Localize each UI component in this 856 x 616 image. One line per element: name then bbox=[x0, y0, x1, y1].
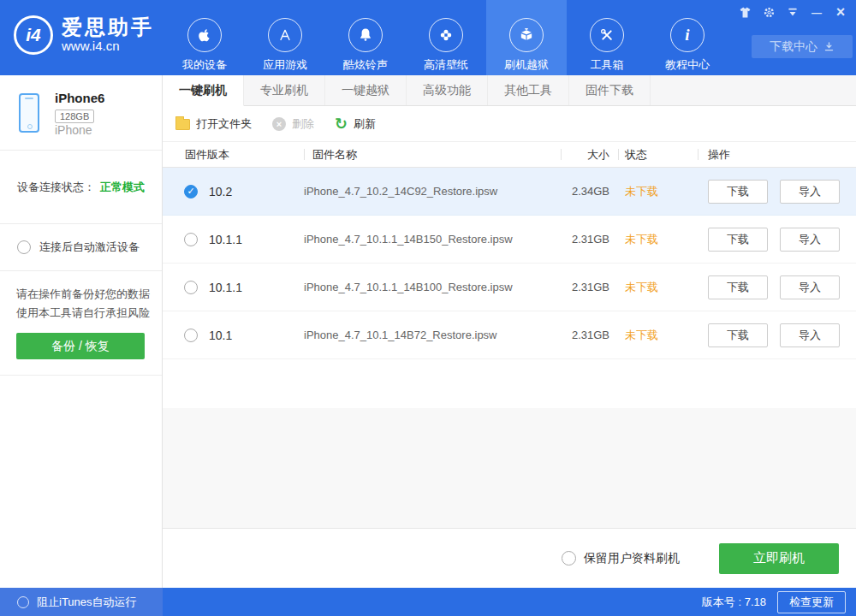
firmware-size: 2.34GB bbox=[561, 185, 618, 198]
status-bar: 阻止iTunes自动运行 版本号 : 7.18 检查更新 bbox=[0, 588, 856, 616]
table-row[interactable]: 10.1 iPhone_4.7_10.1_14B72_Restore.ipsw … bbox=[163, 311, 856, 359]
firmware-version: 10.2 bbox=[209, 185, 232, 198]
backup-restore-button[interactable]: 备份 / 恢复 bbox=[16, 333, 145, 359]
download-button[interactable]: 下载 bbox=[708, 323, 768, 347]
import-button[interactable]: 导入 bbox=[780, 228, 840, 252]
sidebar: iPhone6 128GB iPhone 设备连接状态： 正常模式 连接后自动激… bbox=[0, 75, 163, 588]
nav-item-wallpapers[interactable]: 高清壁纸 bbox=[406, 0, 486, 75]
nav-item-tutorials[interactable]: i 教程中心 bbox=[647, 0, 728, 75]
firmware-name: iPhone_4.7_10.2_14C92_Restore.ipsw bbox=[304, 185, 561, 198]
open-folder-button[interactable]: 打开文件夹 bbox=[175, 116, 252, 132]
download-button[interactable]: 下载 bbox=[708, 228, 768, 252]
table-header: 固件版本 固件名称 大小 状态 操作 bbox=[163, 142, 856, 168]
nav-item-flash-jailbreak[interactable]: 刷机越狱 bbox=[486, 0, 567, 75]
open-folder-label: 打开文件夹 bbox=[196, 116, 252, 132]
column-header-status: 状态 bbox=[618, 142, 698, 167]
skin-icon[interactable] bbox=[738, 6, 752, 19]
firmware-name: iPhone_4.7_10.1_14B72_Restore.ipsw bbox=[304, 329, 561, 341]
nav-item-ringtones[interactable]: 酷炫铃声 bbox=[325, 0, 406, 75]
nav-label: 高清壁纸 bbox=[424, 57, 468, 73]
refresh-button[interactable]: ↻ 刷新 bbox=[335, 116, 376, 132]
block-itunes-option[interactable]: 阻止iTunes自动运行 bbox=[0, 588, 163, 616]
import-button[interactable]: 导入 bbox=[780, 323, 840, 347]
tab-one-click-jailbreak[interactable]: 一键越狱 bbox=[325, 75, 407, 105]
toolbar: 打开文件夹 × 删除 ↻ 刷新 bbox=[163, 106, 856, 142]
download-center-button[interactable]: 下载中心 bbox=[752, 35, 853, 58]
nav-item-apps-games[interactable]: 应用游戏 bbox=[245, 0, 325, 75]
keep-user-data-radio[interactable] bbox=[562, 551, 576, 566]
column-header-actions: 操作 bbox=[698, 142, 856, 167]
delete-label: 删除 bbox=[292, 116, 314, 132]
main-panel: 一键刷机 专业刷机 一键越狱 高级功能 其他工具 固件下载 打开文件夹 × 删除… bbox=[163, 75, 856, 588]
warning-panel: 请在操作前备份好您的数据 使用本工具请自行承担风险 备份 / 恢复 bbox=[0, 271, 162, 376]
delete-button[interactable]: × 删除 bbox=[272, 116, 314, 132]
app-title: 爱思助手 bbox=[62, 16, 154, 38]
list-background bbox=[163, 408, 856, 529]
column-header-name: 固件名称 bbox=[304, 142, 561, 167]
import-button[interactable]: 导入 bbox=[780, 275, 840, 299]
flash-now-button[interactable]: 立即刷机 bbox=[719, 543, 839, 574]
flash-action-bar: 保留用户资料刷机 立即刷机 bbox=[163, 529, 856, 588]
app-header: i4 爱思助手 www.i4.cn 我的设备 应用游戏 酷炫铃声 bbox=[0, 0, 856, 75]
check-icon: ✓ bbox=[187, 186, 194, 197]
firmware-version: 10.1 bbox=[209, 329, 232, 342]
app-url: www.i4.cn bbox=[62, 38, 154, 54]
refresh-label: 刷新 bbox=[354, 116, 376, 132]
firmware-size: 2.31GB bbox=[561, 281, 618, 293]
collapse-tray-icon[interactable] bbox=[786, 6, 800, 19]
download-button[interactable]: 下载 bbox=[708, 180, 768, 204]
import-button[interactable]: 导入 bbox=[780, 180, 840, 204]
nav-item-toolbox[interactable]: 工具箱 bbox=[567, 0, 647, 75]
auto-activate-radio[interactable] bbox=[17, 240, 31, 254]
nav-label: 工具箱 bbox=[591, 57, 624, 73]
tab-other-tools[interactable]: 其他工具 bbox=[488, 75, 569, 105]
block-itunes-label: 阻止iTunes自动运行 bbox=[37, 595, 137, 610]
firmware-name: iPhone_4.7_10.1.1_14B100_Restore.ipsw bbox=[304, 281, 561, 293]
brand: i4 爱思助手 www.i4.cn bbox=[14, 15, 154, 55]
device-panel: iPhone6 128GB iPhone bbox=[0, 75, 162, 151]
nav-item-my-device[interactable]: 我的设备 bbox=[164, 0, 245, 75]
connection-status-value: 正常模式 bbox=[100, 180, 145, 195]
table-row[interactable]: 10.1.1 iPhone_4.7_10.1.1_14B100_Restore.… bbox=[163, 264, 856, 311]
tab-firmware-download[interactable]: 固件下载 bbox=[569, 75, 651, 105]
iphone-icon bbox=[19, 93, 39, 133]
tab-one-click-flash[interactable]: 一键刷机 bbox=[163, 75, 244, 106]
table-row[interactable]: ✓ 10.2 iPhone_4.7_10.2_14C92_Restore.ips… bbox=[163, 168, 856, 216]
folder-icon bbox=[175, 119, 190, 130]
firmware-size: 2.31GB bbox=[561, 233, 618, 246]
tab-pro-flash[interactable]: 专业刷机 bbox=[244, 75, 325, 105]
minimize-icon[interactable]: — bbox=[810, 6, 823, 19]
firmware-status: 未下载 bbox=[618, 328, 698, 343]
refresh-icon: ↻ bbox=[335, 117, 348, 131]
keep-user-data-option[interactable]: 保留用户资料刷机 bbox=[562, 551, 680, 566]
nav-label: 我的设备 bbox=[182, 57, 227, 73]
check-update-button[interactable]: 检查更新 bbox=[777, 591, 846, 613]
version-label: 版本号 : 7.18 bbox=[702, 595, 766, 610]
wallpaper-icon bbox=[429, 18, 463, 52]
status-bar-right: 版本号 : 7.18 检查更新 bbox=[163, 588, 856, 616]
apple-icon bbox=[187, 18, 222, 52]
download-button[interactable]: 下载 bbox=[708, 275, 768, 299]
nav-label: 酷炫铃声 bbox=[343, 57, 388, 73]
package-icon bbox=[509, 18, 544, 52]
warning-line-1: 请在操作前备份好您的数据 bbox=[16, 285, 162, 304]
block-itunes-radio[interactable] bbox=[17, 596, 29, 608]
toolbox-icon bbox=[590, 18, 624, 52]
row-radio[interactable] bbox=[184, 233, 198, 246]
firmware-status: 未下载 bbox=[618, 232, 698, 247]
empty-list-row bbox=[163, 359, 856, 408]
auto-activate-option[interactable]: 连接后自动激活设备 bbox=[0, 224, 162, 271]
row-radio[interactable] bbox=[184, 329, 198, 342]
device-name: iPhone6 bbox=[55, 91, 104, 105]
table-row[interactable]: 10.1.1 iPhone_4.7_10.1.1_14B150_Restore.… bbox=[163, 216, 856, 264]
main-nav: 我的设备 应用游戏 酷炫铃声 高清壁纸 刷机越狱 bbox=[164, 0, 728, 75]
nav-label: 应用游戏 bbox=[263, 57, 307, 73]
tab-advanced[interactable]: 高级功能 bbox=[407, 75, 488, 105]
keep-user-data-label: 保留用户资料刷机 bbox=[584, 551, 680, 566]
settings-gear-icon[interactable] bbox=[762, 6, 776, 19]
warning-line-2: 使用本工具请自行承担风险 bbox=[16, 304, 162, 323]
firmware-status: 未下载 bbox=[618, 280, 698, 295]
close-icon[interactable]: × bbox=[834, 6, 847, 19]
row-radio-checked[interactable]: ✓ bbox=[184, 185, 198, 198]
row-radio[interactable] bbox=[184, 281, 198, 294]
